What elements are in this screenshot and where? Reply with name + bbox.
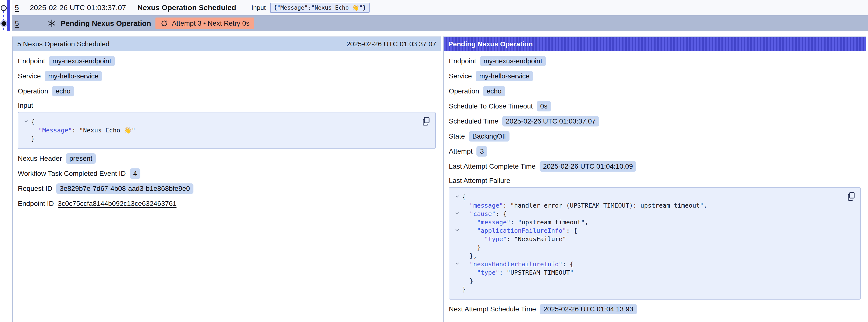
field-value: 2025-02-26 UTC 01:04:10.09	[539, 161, 636, 171]
active-event-indicator-bar	[7, 0, 10, 31]
json-line: {	[452, 193, 843, 201]
field-value: BackingOff	[469, 131, 509, 141]
field-row: Endpoint my-nexus-endpoint	[18, 56, 436, 67]
field-value[interactable]: present	[66, 153, 96, 164]
retry-icon	[160, 20, 168, 27]
json-line: {	[21, 118, 418, 126]
event-input-preview-badge[interactable]: {"Message":"Nexus Echo 👋"}	[270, 3, 370, 13]
event-title: Nexus Operation Scheduled	[137, 3, 236, 12]
field-label: State	[449, 132, 465, 140]
field-value: 0s	[537, 101, 551, 111]
pending-event-title: Pending Nexus Operation	[61, 19, 151, 28]
fields-bottom: Next Attempt Schedule Time 2025-02-26 UT…	[449, 304, 861, 315]
field-value: echo	[52, 86, 74, 96]
field-label: Operation	[18, 87, 48, 95]
field-label: Operation	[449, 87, 479, 95]
event-id-link[interactable]: 5	[15, 19, 19, 28]
field-row: Next Attempt Schedule Time 2025-02-26 UT…	[449, 304, 861, 315]
field-label: Next Attempt Schedule Time	[449, 305, 536, 313]
scheduled-event-detail-panel: 5 Nexus Operation Scheduled 2025-02-26 U…	[12, 36, 441, 322]
field-row: Endpoint my-nexus-endpoint	[449, 56, 861, 67]
field-row: Nexus Header present	[18, 153, 436, 164]
field-row: Endpoint ID 3c0c75ccfa8144b092c13ce63246…	[18, 198, 436, 209]
field-label: Service	[18, 72, 41, 80]
json-line: "message": "upstream timeout",	[452, 218, 843, 227]
event-input-label: Input	[251, 4, 266, 11]
attempt-retry-badge: Attempt 3 • Next Retry 0s	[155, 18, 254, 29]
field-value: 2025-02-26 UTC 01:03:37.07	[502, 116, 599, 127]
event-id-link[interactable]: 5	[15, 3, 19, 12]
field-label: Endpoint	[449, 57, 476, 65]
field-label: Attempt	[449, 148, 472, 155]
fields-top: Endpoint my-nexus-endpoint Service my-he…	[449, 56, 861, 172]
field-value: my-hello-service	[45, 71, 102, 82]
field-label: Service	[449, 72, 472, 80]
json-line: }	[21, 135, 418, 143]
json-line: }	[452, 243, 843, 252]
json-line: "Message": "Nexus Echo 👋"	[21, 126, 418, 135]
field-row: Operation echo	[449, 86, 861, 97]
scheduled-panel-header: 5 Nexus Operation Scheduled 2025-02-26 U…	[13, 37, 441, 51]
field-row: Operation echo	[18, 86, 436, 97]
json-line: }	[452, 285, 843, 294]
field-label: Request ID	[18, 185, 52, 193]
json-line: "nexusHandlerFailureInfo": {	[452, 260, 843, 268]
event-filled-marker-icon	[1, 21, 6, 26]
field-row: Schedule To Close Timeout 0s	[449, 101, 861, 112]
field-value: echo	[483, 86, 505, 96]
chevron-down-icon[interactable]	[452, 193, 462, 198]
attempt-retry-text: Attempt 3 • Next Retry 0s	[172, 20, 249, 27]
scheduled-panel-title: 5 Nexus Operation Scheduled	[17, 40, 110, 48]
input-json-viewer: { "Message": "Nexus Echo 👋" }	[18, 112, 436, 149]
chevron-down-icon[interactable]	[452, 227, 462, 231]
event-timestamp: 2025-02-26 UTC 01:03:37.07	[30, 3, 126, 12]
chevron-down-icon[interactable]	[452, 260, 462, 265]
input-section-label: Input	[18, 102, 436, 109]
scheduled-panel-timestamp: 2025-02-26 UTC 01:03:37.07	[346, 40, 436, 48]
field-label: Schedule To Close Timeout	[449, 102, 533, 110]
json-line: }	[452, 277, 843, 285]
json-line: "cause": {	[452, 210, 843, 218]
json-line: "type": "UPSTREAM_TIMEOUT"	[452, 268, 843, 277]
field-label: Last Attempt Complete Time	[449, 162, 536, 170]
field-value[interactable]: 3e829b7e-7d67-4b08-aad3-b1e868bfe9e0	[56, 184, 193, 194]
fields-bottom: Nexus Header present Workflow Task Compl…	[18, 153, 436, 209]
field-value[interactable]: 3c0c75ccfa8144b092c13ce632463761	[58, 200, 177, 207]
failure-section-label: Last Attempt Failure	[449, 177, 861, 185]
field-value: my-nexus-endpoint	[480, 56, 546, 66]
field-row: State BackingOff	[449, 131, 861, 142]
event-row-pending[interactable]: 5 Pending Nexus Operation Attempt 3 • Ne…	[12, 15, 868, 31]
chevron-down-icon[interactable]	[21, 118, 31, 123]
field-label: Nexus Header	[18, 155, 62, 162]
pending-panel-title: Pending Nexus Operation	[448, 40, 533, 48]
event-open-marker-icon	[1, 5, 7, 11]
field-row: Scheduled Time 2025-02-26 UTC 01:03:37.0…	[449, 116, 861, 127]
field-value[interactable]: 4	[130, 168, 141, 179]
field-row: Workflow Task Completed Event ID 4	[18, 168, 436, 179]
field-label: Endpoint ID	[18, 200, 54, 207]
field-value: 3	[476, 146, 487, 157]
field-label: Endpoint	[18, 57, 45, 65]
fields-top: Endpoint my-nexus-endpoint Service my-he…	[18, 56, 436, 97]
failure-json-viewer: { "message": "handler error (UPSTREAM_TI…	[449, 187, 861, 299]
event-row-scheduled[interactable]: 5 2025-02-26 UTC 01:03:37.07 Nexus Opera…	[12, 0, 868, 15]
json-line: },	[452, 252, 843, 260]
json-line: "message": "handler error (UPSTREAM_TIME…	[452, 201, 843, 210]
field-value: 2025-02-26 UTC 01:04:13.93	[540, 304, 637, 314]
copy-icon[interactable]	[847, 192, 856, 201]
pending-asterisk-icon	[48, 19, 56, 28]
pending-panel-header: Pending Nexus Operation	[444, 37, 866, 51]
field-label: Scheduled Time	[449, 117, 498, 125]
json-line: "applicationFailureInfo": {	[452, 227, 843, 235]
field-label: Workflow Task Completed Event ID	[18, 170, 126, 178]
copy-icon[interactable]	[422, 117, 431, 126]
field-row: Service my-hello-service	[18, 71, 436, 82]
json-line: "type": "NexusFailure"	[452, 235, 843, 243]
field-row: Service my-hello-service	[449, 71, 861, 82]
field-row: Request ID 3e829b7e-7d67-4b08-aad3-b1e86…	[18, 183, 436, 194]
pending-operation-detail-panel: Pending Nexus Operation Endpoint my-nexu…	[443, 36, 866, 322]
field-row: Last Attempt Complete Time 2025-02-26 UT…	[449, 161, 861, 172]
chevron-down-icon[interactable]	[452, 210, 462, 215]
field-row: Attempt 3	[449, 146, 861, 157]
field-value: my-hello-service	[476, 71, 533, 82]
